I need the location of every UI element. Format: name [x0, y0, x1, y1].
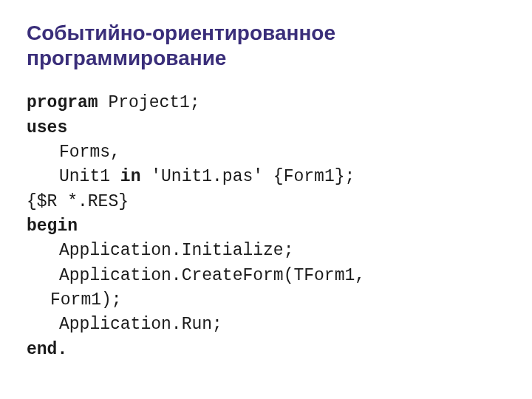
code-line: begin: [27, 214, 505, 239]
code-line: Application.CreateForm(TForm1,: [27, 264, 505, 288]
code-line: Unit1 in 'Unit1.pas' {Form1};: [27, 165, 505, 189]
code-text: {$R *.RES}: [27, 192, 129, 211]
code-text: Forms,: [59, 143, 120, 162]
code-block: program Project1; uses Forms, Unit1 in '…: [27, 91, 505, 362]
code-text: Application.CreateForm(TForm1,: [59, 266, 365, 285]
slide-title: Событийно-ориентированное программирован…: [27, 21, 505, 70]
keyword-in: in: [120, 167, 141, 186]
code-line: {$R *.RES}: [27, 190, 505, 214]
code-text: Unit1: [59, 167, 120, 186]
code-line: Application.Initialize;: [27, 239, 505, 263]
keyword-uses: uses: [27, 118, 67, 137]
code-line: end.: [27, 338, 505, 362]
code-line: Form1);: [27, 288, 505, 313]
keyword-end: end.: [27, 340, 67, 359]
code-line: Forms,: [27, 140, 505, 165]
keyword-program: program: [27, 93, 98, 112]
code-text: Form1);: [50, 290, 122, 310]
code-text: Project1;: [98, 93, 200, 112]
code-text: Application.Initialize;: [59, 241, 293, 260]
code-line: program Project1;: [27, 91, 505, 115]
code-text: 'Unit1.pas' {Form1};: [140, 167, 355, 186]
code-line: uses: [27, 116, 505, 140]
code-line: Application.Run;: [27, 313, 505, 337]
code-text: Application.Run;: [59, 315, 222, 334]
keyword-begin: begin: [27, 216, 78, 236]
